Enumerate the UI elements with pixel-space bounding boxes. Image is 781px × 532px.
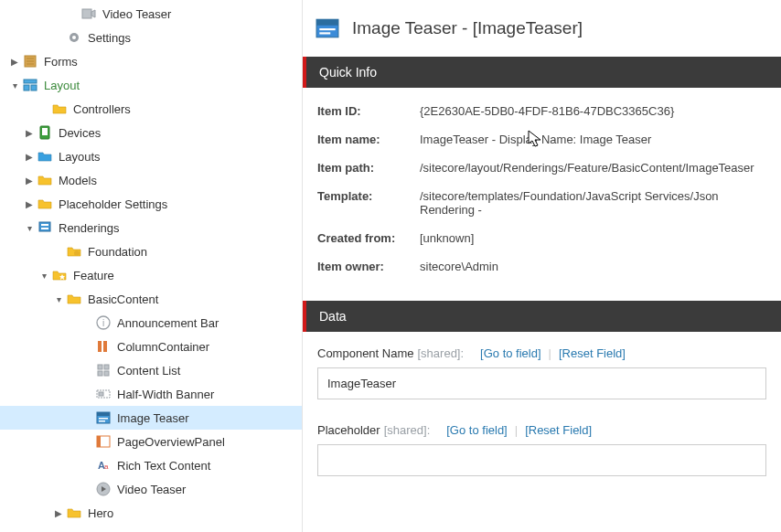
field-placeholder: Placeholder [shared]: [Go to field] | [R…	[303, 409, 781, 485]
section-label: Data	[319, 309, 347, 324]
svg-rect-33	[97, 436, 101, 447]
section-quick-info[interactable]: Quick Info	[303, 57, 781, 88]
tree-item-devices[interactable]: ▶ Devices	[0, 121, 302, 144]
go-to-field-link[interactable]: [Go to field]	[439, 423, 514, 437]
folder-icon	[66, 528, 82, 532]
tree-item-rich-text[interactable]: Aa Rich Text Content	[0, 453, 302, 477]
svg-rect-39	[316, 19, 338, 26]
tree-label: Hero	[88, 506, 113, 520]
video-icon	[95, 481, 112, 497]
tree-item-content-list[interactable]: Content List	[0, 358, 302, 382]
expand-toggle[interactable]: ▶	[22, 199, 37, 209]
tree-item-foundation[interactable]: Foundation	[0, 239, 302, 263]
tree-item-video-teaser-top[interactable]: Video Teaser	[0, 2, 302, 26]
svg-rect-24	[98, 371, 102, 376]
tree-label: Devices	[59, 126, 101, 140]
section-data[interactable]: Data	[303, 301, 781, 332]
tree-label: Feature	[73, 269, 114, 282]
svg-rect-12	[42, 128, 48, 135]
tree-item-layout[interactable]: ▾ Layout	[0, 73, 302, 97]
reset-field-link[interactable]: [Reset Field]	[518, 423, 599, 437]
svg-rect-31	[99, 420, 105, 422]
collapse-toggle[interactable]: ▾	[37, 271, 51, 281]
tree-label: Rich Text Content	[117, 459, 210, 473]
expand-toggle[interactable]: ▶	[22, 128, 37, 138]
tree-label: Renderings	[59, 221, 120, 235]
svg-rect-41	[319, 32, 330, 34]
banner-icon	[95, 386, 112, 402]
panel-icon	[95, 433, 112, 450]
tree-label: ColumnContainer	[117, 340, 209, 354]
info-value[interactable]: /sitecore/layout/Renderings/Feature/Basi…	[420, 161, 766, 175]
expand-toggle[interactable]: ▶	[51, 508, 66, 518]
tree-item-announcement-bar[interactable]: i Announcement Bar	[0, 311, 302, 335]
gear-icon	[66, 29, 82, 46]
tree-item-video-teaser[interactable]: Video Teaser	[0, 477, 302, 501]
info-value[interactable]: {2E2630AE-5DB0-4FDF-81B6-47DBC3365C36}	[420, 104, 766, 118]
component-name-input[interactable]	[317, 367, 766, 399]
collapse-toggle[interactable]: ▾	[7, 80, 22, 90]
tree-item-controllers[interactable]: Controllers	[0, 97, 302, 121]
info-icon: i	[95, 314, 112, 331]
page-title: Image Teaser - [ImageTeaser]	[352, 18, 583, 38]
collapse-toggle[interactable]: ▾	[22, 223, 37, 233]
section-label: Quick Info	[319, 65, 377, 80]
tree-item-layouts[interactable]: ▶ Layouts	[0, 144, 302, 168]
tree-item-image-teaser[interactable]: Image Teaser	[0, 406, 302, 430]
text-icon: Aa	[95, 457, 112, 473]
info-label: Item ID:	[317, 104, 420, 118]
content-pane: Image Teaser - [ImageTeaser] Quick Info …	[303, 0, 781, 532]
svg-rect-15	[41, 228, 48, 229]
expand-toggle[interactable]: ▶	[22, 152, 37, 162]
tree-item-basiccontent[interactable]: ▾ BasicContent	[0, 287, 302, 311]
svg-marker-1	[91, 10, 95, 17]
tree-label: Controllers	[73, 102, 131, 116]
tree-sidebar[interactable]: Video Teaser Settings ▶ Forms ▾ Layout C…	[0, 0, 303, 532]
expand-toggle[interactable]: ▶	[7, 57, 22, 67]
tree-label: Models	[59, 174, 97, 187]
tree-item-renderings[interactable]: ▾ Renderings	[0, 216, 302, 239]
svg-rect-8	[24, 80, 37, 83]
tree-item-half-width-banner[interactable]: Half-Width Banner	[0, 382, 302, 406]
svg-rect-27	[99, 392, 103, 396]
tree-label: Settings	[88, 31, 131, 45]
teaser-icon	[95, 410, 112, 426]
tree-item-hero[interactable]: ▶ Hero	[0, 501, 302, 525]
info-value[interactable]: /sitecore/templates/Foundation/JavaScrip…	[420, 189, 766, 217]
tree-label: Video Teaser	[117, 483, 186, 496]
tree-label: PageOverviewPanel	[117, 435, 225, 449]
quick-info-block: Item ID:{2E2630AE-5DB0-4FDF-81B6-47DBC33…	[303, 88, 781, 301]
svg-rect-40	[319, 28, 335, 30]
svg-rect-20	[98, 341, 102, 352]
tree-item-forms[interactable]: ▶ Forms	[0, 49, 302, 73]
svg-rect-9	[24, 85, 29, 90]
expand-toggle[interactable]: ▶	[22, 176, 37, 186]
tree-label: Image Teaser	[117, 411, 189, 425]
go-to-field-link[interactable]: [Go to field]	[473, 346, 548, 360]
video-icon	[80, 5, 97, 22]
info-label: Item name:	[317, 133, 420, 146]
svg-rect-14	[41, 224, 48, 226]
svg-rect-30	[99, 418, 108, 420]
tree-item-pageoverviewpanel[interactable]: PageOverviewPanel	[0, 430, 302, 453]
tree-label: Announcement Bar	[117, 316, 219, 330]
folder-star-icon	[51, 267, 68, 283]
svg-rect-29	[97, 412, 110, 416]
tree-label: Forms	[44, 55, 78, 69]
svg-rect-22	[98, 365, 102, 369]
svg-point-3	[72, 36, 76, 39]
field-component-name: Component Name [shared]: [Go to field] |…	[303, 332, 781, 409]
placeholder-input[interactable]	[317, 444, 766, 476]
svg-rect-0	[82, 9, 91, 18]
tree-item-settings[interactable]: Settings	[0, 26, 302, 49]
tree-item-columncontainer[interactable]: ColumnContainer	[0, 335, 302, 358]
info-label: Template:	[317, 189, 420, 217]
tree-item-placeholder-settings[interactable]: ▶ Placeholder Settings	[0, 192, 302, 216]
item-type-icon	[316, 16, 339, 40]
collapse-toggle[interactable]: ▾	[51, 294, 66, 304]
tree-item-navigation[interactable]: ▶ Navigation	[0, 525, 302, 532]
reset-field-link[interactable]: [Reset Field]	[551, 346, 633, 360]
info-label: Item path:	[317, 161, 420, 175]
tree-item-feature[interactable]: ▾ Feature	[0, 263, 302, 287]
tree-item-models[interactable]: ▶ Models	[0, 168, 302, 192]
